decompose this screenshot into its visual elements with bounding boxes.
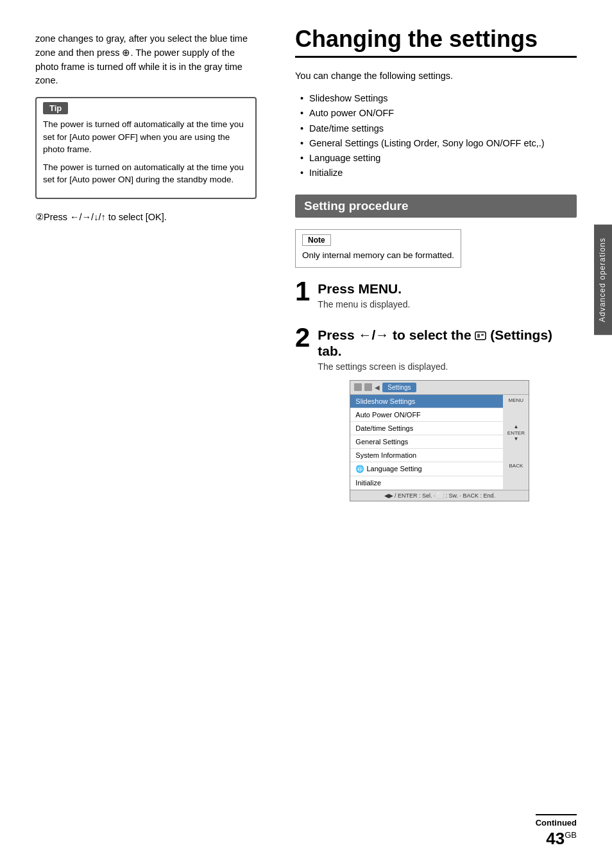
settings-icon [475, 331, 486, 340]
step1-sub: The menu is displayed. [318, 299, 577, 311]
left-step2: ②Press ←/→/↓/↑ to select [OK]. [35, 211, 257, 225]
step1: 1 Press MENU. The menu is displayed. [295, 281, 577, 314]
continued-text: Continued [536, 818, 577, 828]
svg-rect-1 [477, 334, 480, 338]
features-list: Slideshow Settings Auto power ON/OFF Dat… [300, 91, 577, 180]
list-item: General Settings (Listing Order, Sony lo… [300, 136, 577, 151]
screen-top-bar: ◀ Settings [350, 381, 529, 395]
list-item: Auto power ON/OFF [300, 106, 577, 121]
left-paragraph1: zone changes to gray, after you select t… [35, 32, 257, 88]
screen-menu-item: Initialize [350, 476, 503, 490]
step2-content: Press ←/→ to select the (Settings) tab. … [318, 327, 577, 508]
svg-rect-0 [475, 332, 486, 340]
note-box: Note Only internal memory can be formatt… [295, 229, 461, 268]
tip-label: Tip [43, 102, 68, 114]
screen-icon1 [354, 383, 362, 391]
tip-para1: The power is turned off automatically at… [43, 118, 249, 156]
screen-side-buttons: MENU ▲ENTER▼ BACK [503, 395, 529, 490]
step2-number: 2 [295, 324, 310, 351]
screen-menu-item: 🌐 Language Setting [350, 462, 503, 476]
step1-number: 1 [295, 278, 310, 305]
step1-main: Press MENU. [318, 281, 577, 297]
screen-icon2 [364, 383, 372, 391]
screen-tab: Settings [382, 383, 416, 392]
step2-main: Press ←/→ to select the (Settings) tab. [318, 327, 577, 359]
list-item: Slideshow Settings [300, 91, 577, 106]
list-item: Date/time settings [300, 121, 577, 136]
screen-menu-item: General Settings [350, 435, 503, 449]
screen-menu-item: Date/time Settings [350, 422, 503, 435]
screen-menu: Slideshow Settings Auto Power ON/OFF Dat… [350, 395, 529, 490]
note-label: Note [302, 234, 331, 246]
tip-para2: The power is turned on automatically at … [43, 161, 249, 186]
list-item: Language setting [300, 151, 577, 166]
step2: 2 Press ←/→ to select the (Settings) tab… [295, 327, 577, 508]
screen-menu-item: System Information [350, 449, 503, 462]
list-item: Initialize [300, 166, 577, 180]
screen-menu-item: Auto Power ON/OFF [350, 408, 503, 422]
page-number: 43GB [536, 829, 577, 849]
sidebar-tab: Advanced operations [594, 225, 612, 335]
screen-mockup: ◀ Settings Slideshow Settings Auto Power… [350, 380, 529, 501]
screen-arrow: ◀ [375, 384, 380, 391]
left-column: zone changes to gray, after you select t… [0, 0, 276, 868]
screen-btn-enter: ▲ENTER▼ [507, 424, 525, 442]
note-text: Only internal memory can be formatted. [302, 249, 454, 262]
sidebar-label: Advanced operations [598, 238, 607, 322]
screen-bottom-bar: ◀▶ / ENTER : Sel. · ⬜ : Sw. · BACK : End… [350, 490, 529, 501]
screen-menu-items: Slideshow Settings Auto Power ON/OFF Dat… [350, 395, 503, 490]
footer-divider [536, 814, 577, 815]
tip-box: Tip The power is turned off automaticall… [35, 97, 257, 199]
page-title: Changing the settings [295, 26, 577, 58]
step2-sub: The settings screen is displayed. [318, 361, 577, 374]
section-header: Setting procedure [295, 195, 577, 218]
screen-btn-back: BACK [509, 463, 523, 469]
svg-rect-2 [481, 334, 484, 336]
page-footer: Continued 43GB [536, 814, 577, 849]
screen-btn-menu: MENU [509, 397, 524, 404]
intro-text: You can change the following settings. [295, 69, 577, 83]
right-column: Changing the settings You can change the… [276, 0, 612, 868]
screen-menu-item-active: Slideshow Settings [350, 395, 503, 408]
step1-content: Press MENU. The menu is displayed. [318, 281, 577, 314]
